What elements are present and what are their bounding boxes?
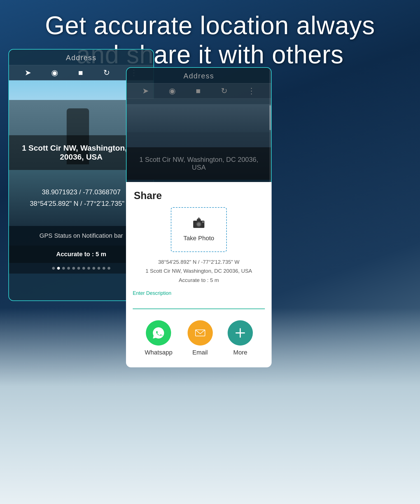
- card1-coords-decimal: 38.9071923 / -77.0368707: [30, 186, 133, 198]
- dot-5: [72, 267, 75, 270]
- email-label: Email: [192, 349, 208, 356]
- headline-line1: Get accurate location always: [45, 11, 375, 39]
- email-button[interactable]: Email: [188, 320, 213, 356]
- share-buttons: Whatsapp Email More: [126, 316, 272, 359]
- dot-3: [62, 267, 65, 270]
- dot-2: [57, 267, 60, 270]
- scrollbar[interactable]: [269, 68, 271, 193]
- card1-coords-dms: 38°54'25.892" N / -77°2'12.735" W: [30, 198, 133, 209]
- phone-card-2: Address ➤ ◉ ■ ↻ ⋮ 1 Scott Cir NW, Washin…: [126, 67, 272, 193]
- share-coords: 38°54'25.892" N / -77°2'12.735" W: [132, 258, 266, 267]
- share-icon[interactable]: ➤: [25, 68, 31, 77]
- card1-title: Address: [9, 50, 153, 65]
- whatsapp-icon: [146, 320, 171, 346]
- dot-8: [87, 267, 90, 270]
- more-label: More: [233, 349, 247, 356]
- svg-text:+: +: [197, 217, 200, 221]
- dot-12: [108, 267, 110, 270]
- refresh-icon[interactable]: ↻: [103, 68, 110, 77]
- dot-10: [97, 267, 100, 270]
- card2-grid-icon[interactable]: ⋮: [248, 86, 255, 95]
- camera-icon: +: [192, 217, 206, 232]
- share-location-info: 38°54'25.892" N / -77°2'12.735" W 1 Scot…: [126, 258, 272, 290]
- save-icon[interactable]: ■: [78, 68, 83, 77]
- card2-save-icon[interactable]: ■: [196, 87, 201, 95]
- card2-share-icon[interactable]: ➤: [142, 86, 149, 95]
- description-input[interactable]: [133, 298, 265, 309]
- dot-7: [82, 267, 85, 270]
- email-icon: [188, 320, 213, 346]
- svg-point-2: [197, 223, 200, 226]
- description-label: Enter Description: [133, 290, 265, 296]
- scrollbar-thumb: [269, 105, 271, 130]
- take-photo-button[interactable]: + Take Photo: [171, 207, 227, 252]
- card2-address: 1 Scott Cir NW, Washington, DC 20036, US…: [127, 147, 271, 180]
- share-address: 1 Scott Cir NW, Washington, DC 20036, US…: [132, 267, 266, 276]
- dot-9: [92, 267, 95, 270]
- description-field: Enter Description: [133, 290, 265, 309]
- card2-map: 1 Scott Cir NW, Washington, DC 20036, US…: [127, 99, 271, 180]
- card2-toolbar: ➤ ◉ ■ ↻ ⋮: [127, 83, 271, 99]
- whatsapp-button[interactable]: Whatsapp: [145, 320, 172, 356]
- share-accurate: Accurate to : 5 m: [132, 276, 266, 285]
- location-icon[interactable]: ◉: [51, 68, 58, 77]
- card2-location-icon[interactable]: ◉: [169, 86, 176, 95]
- svg-point-4: [202, 221, 204, 223]
- card2-refresh-icon[interactable]: ↻: [221, 86, 227, 95]
- dot-1: [52, 267, 55, 270]
- take-photo-label: Take Photo: [183, 235, 214, 242]
- more-icon: [228, 320, 253, 346]
- dot-4: [67, 267, 70, 270]
- card2-title: Address: [127, 68, 271, 83]
- whatsapp-label: Whatsapp: [145, 349, 172, 356]
- dot-11: [102, 267, 105, 270]
- more-button[interactable]: More: [228, 320, 253, 356]
- share-panel: Share + Take Photo 38°54'25.892" N / -77…: [126, 182, 272, 367]
- dot-6: [77, 267, 80, 270]
- share-title: Share: [126, 182, 272, 207]
